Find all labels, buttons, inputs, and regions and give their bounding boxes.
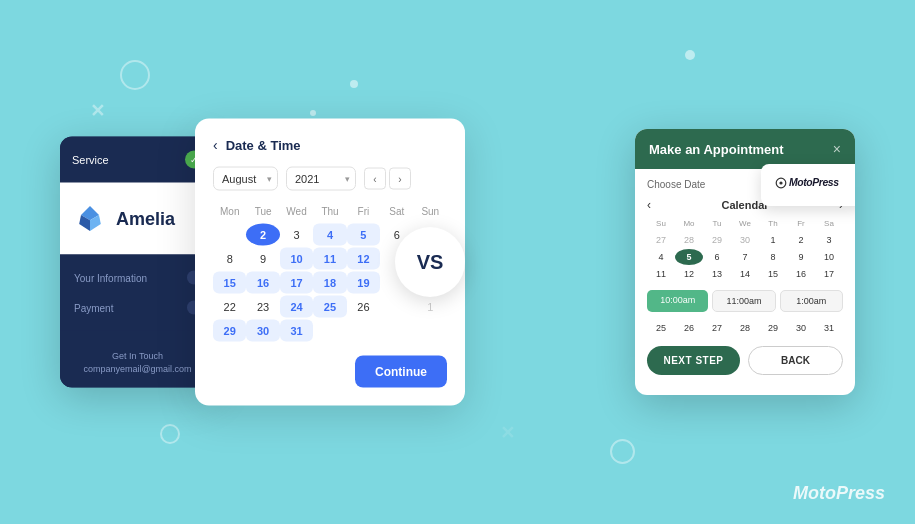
day-thu: Thu [313,203,346,220]
amelia-service-header: Service ✓ [60,137,215,183]
time-slot-1100[interactable]: 11:00am [712,290,775,312]
cal-cell-24[interactable]: 24 [280,296,313,318]
mini-week-2: 4 5 6 7 8 9 10 [647,249,843,265]
cal-cell-e1 [313,320,346,342]
appt-header: Make an Appointment × [635,129,855,169]
deco-circle-2 [160,424,180,444]
year-select[interactable]: 2021 [286,167,356,191]
main-container: ✕ ✕ Service ✓ Amelia Your Information [0,0,915,524]
deco-dot-3 [685,50,695,60]
datetime-header: ‹ Date & Time [213,137,447,153]
appt-close-button[interactable]: × [833,141,841,157]
motopress-overlay: MotoPress [761,164,855,206]
amelia-logo-icon [72,201,108,237]
continue-button[interactable]: Continue [355,356,447,388]
time-slot-1000[interactable]: 10:00am [647,290,708,312]
mini-selected-5[interactable]: 5 [675,249,703,265]
datetime-selectors: August 2021 ‹ › [213,167,447,191]
cal-cell-22[interactable]: 22 [213,296,246,318]
datetime-title: Date & Time [226,137,301,152]
mini-calendar: ‹ Calendar › Su Mo Tu We Th Fr Sa 27 28 [647,198,843,282]
mini-week-1: 27 28 29 30 1 2 3 [647,232,843,248]
mini-week-3: 11 12 13 14 15 16 17 [647,266,843,282]
cal-cell-15[interactable]: 15 [213,272,246,294]
svg-text:MotoPress: MotoPress [789,177,839,188]
motopress-overlay-text: MotoPress [773,180,853,197]
footer-label: Get In Touch [74,351,201,361]
appt-actions: NEXT STEP BACK [647,346,843,385]
day-mon: Mon [213,203,246,220]
cal-cell-19[interactable]: 19 [347,272,380,294]
appt-title: Make an Appointment [649,142,784,157]
datetime-back-arrow[interactable]: ‹ [213,137,218,153]
cal-cell-26[interactable]: 26 [347,296,380,318]
cal-cell-3[interactable]: 3 [280,224,313,246]
day-fri: Fri [347,203,380,220]
cal-cell-e2 [347,320,380,342]
deco-circle-3 [610,439,635,464]
cal-cell-10[interactable]: 10 [280,248,313,270]
cal-cell [213,224,246,246]
menu-item-your-information[interactable]: Your Information [60,263,215,293]
cal-cell-23[interactable]: 23 [246,296,279,318]
deco-circle-1 [120,60,150,90]
deco-x-1: ✕ [90,100,105,122]
cal-cell-2[interactable]: 2 [246,224,279,246]
amelia-footer: Get In Touch companyemail@gmail.com [60,331,215,388]
cal-days-header: Mon Tue Wed Thu Fri Sat Sun [213,203,447,220]
deco-x-2: ✕ [500,422,515,444]
cal-cell-18[interactable]: 18 [313,272,346,294]
service-label: Service [72,154,109,166]
deco-dot-2 [310,110,316,116]
cal-cell-25[interactable]: 25 [313,296,346,318]
back-button[interactable]: BACK [748,346,843,375]
cal-cell-9[interactable]: 9 [246,248,279,270]
year-wrapper: 2021 [286,167,356,191]
amelia-card: Service ✓ Amelia Your Information Payme [60,137,215,388]
motopress-logo-svg: MotoPress [773,172,853,194]
svg-point-5 [779,181,782,184]
cal-cell-e4 [414,320,447,342]
cal-cell-12[interactable]: 12 [347,248,380,270]
cal-cell-11[interactable]: 11 [313,248,346,270]
time-slots: 10:00am 11:00am 1:00am [647,290,843,312]
mini-prev-arrow[interactable]: ‹ [647,198,651,212]
next-step-button[interactable]: NEXT STEP [647,346,740,375]
appointment-card: Make an Appointment × MotoPress Choose D… [635,129,855,395]
amelia-menu: Your Information Payment [60,255,215,331]
vs-circle: VS [395,227,465,297]
appt-footer-row: 25 26 27 28 29 30 31 [647,320,843,336]
motopress-watermark: MotoPress [793,483,885,504]
cal-cell-16[interactable]: 16 [246,272,279,294]
day-sun: Sun [414,203,447,220]
appt-body: MotoPress Choose Date ‹ Calendar › Su Mo… [635,169,855,395]
cal-cell-29[interactable]: 29 [213,320,246,342]
nav-arrows: ‹ › [364,168,411,190]
time-slot-1300[interactable]: 1:00am [780,290,843,312]
day-tue: Tue [246,203,279,220]
cal-cell-4[interactable]: 4 [313,224,346,246]
month-wrapper: August [213,167,278,191]
mini-cal-header: Su Mo Tu We Th Fr Sa [647,218,843,229]
deco-dot-1 [350,80,358,88]
amelia-logo-section: Amelia [60,183,215,255]
cal-cell-31[interactable]: 31 [280,320,313,342]
cal-cell-s7: 1 [414,296,447,318]
next-month-button[interactable]: › [389,168,411,190]
day-sat: Sat [380,203,413,220]
cal-week-5: 29 30 31 [213,320,447,342]
footer-email: companyemail@gmail.com [74,364,201,374]
cal-cell-e3 [380,320,413,342]
cal-cell-8[interactable]: 8 [213,248,246,270]
prev-month-button[interactable]: ‹ [364,168,386,190]
cal-cell-17[interactable]: 17 [280,272,313,294]
cal-cell-30[interactable]: 30 [246,320,279,342]
menu-item-payment[interactable]: Payment [60,293,215,323]
month-select[interactable]: August [213,167,278,191]
cal-cell-5[interactable]: 5 [347,224,380,246]
day-wed: Wed [280,203,313,220]
amelia-logo-text: Amelia [116,208,175,229]
cal-cell-s6 [380,296,413,318]
cal-week-4: 22 23 24 25 26 1 [213,296,447,318]
